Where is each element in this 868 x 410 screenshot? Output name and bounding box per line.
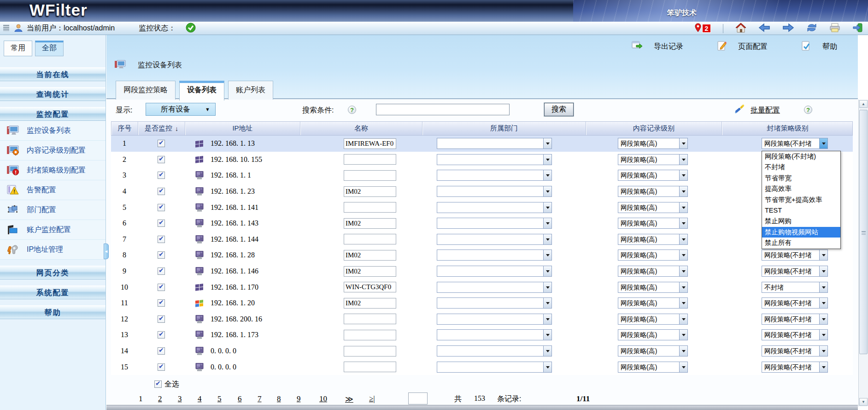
sidebar-collapse-handle[interactable]: ◄	[104, 244, 109, 259]
block-level-select[interactable]: 网段策略(不封堵	[762, 297, 828, 309]
dept-select[interactable]	[437, 154, 552, 165]
tab-网段监控策略[interactable]: 网段监控策略	[116, 81, 176, 100]
monitor-checkbox[interactable]	[158, 236, 165, 243]
monitor-checkbox[interactable]	[158, 347, 165, 355]
page-link[interactable]: 8	[277, 394, 281, 404]
toolbar-导出记录[interactable]: 导出记录	[632, 41, 683, 53]
scroll-up-icon[interactable]: ▲	[859, 100, 868, 108]
content-level-select[interactable]: 网段策略(高)	[618, 186, 688, 197]
dropdown-option[interactable]: 节省带宽	[762, 173, 840, 184]
sidebar-item-部门配置[interactable]: 部门配置	[0, 200, 106, 220]
column-header-是否监控[interactable]: 是否监控↓	[138, 122, 185, 135]
page-link[interactable]: 3	[178, 394, 182, 404]
column-header-封堵策略级别[interactable]: 封堵策略级别	[722, 122, 853, 135]
device-name-input[interactable]	[344, 266, 396, 277]
dept-select[interactable]	[437, 218, 552, 229]
sidebar-section-系统配置[interactable]: 系统配置	[0, 285, 106, 299]
sidebar-item-账户监控配置[interactable]: 账户监控配置	[0, 220, 106, 240]
content-level-select[interactable]: 网段策略(高)	[618, 218, 688, 229]
content-level-select[interactable]: 网段策略(高)	[618, 250, 688, 261]
monitor-checkbox[interactable]	[158, 315, 165, 323]
page-link[interactable]: 10	[319, 394, 327, 404]
sidebar-section-网页分类[interactable]: 网页分类	[0, 266, 106, 279]
toolbar-帮助[interactable]: 帮助	[801, 41, 837, 53]
dept-select[interactable]	[437, 282, 552, 293]
dept-select[interactable]	[437, 362, 552, 373]
dropdown-option[interactable]: 网段策略(不封堵)	[762, 151, 840, 162]
monitor-checkbox[interactable]	[158, 251, 165, 259]
dropdown-option[interactable]: 禁止所有	[762, 238, 840, 248]
sidebar-section-帮助[interactable]: 帮助	[0, 305, 106, 319]
dropdown-option[interactable]: 提高效率	[762, 184, 840, 194]
forward-icon[interactable]	[782, 23, 794, 34]
block-level-select[interactable]: 网段策略(不封堵	[762, 362, 828, 373]
scrollbar-thumb[interactable]	[859, 110, 868, 354]
page-link[interactable]: 2	[158, 394, 162, 404]
batch-help-icon[interactable]: ?	[804, 106, 812, 114]
device-name-input[interactable]	[344, 154, 396, 165]
page-link[interactable]: 9	[297, 394, 301, 404]
dept-select[interactable]	[437, 170, 552, 181]
refresh-icon[interactable]	[806, 23, 817, 34]
block-level-select[interactable]: 网段策略(不封堵	[762, 314, 828, 325]
sidebar-section-当前在线[interactable]: 当前在线	[0, 67, 106, 81]
monitor-checkbox[interactable]	[158, 220, 165, 227]
device-name-input[interactable]	[344, 138, 396, 149]
monitor-checkbox[interactable]	[158, 331, 165, 339]
block-level-select[interactable]: 不封堵	[762, 282, 828, 293]
column-header-序号[interactable]: 序号	[111, 122, 138, 135]
dept-select[interactable]	[437, 266, 552, 277]
device-name-input[interactable]	[344, 282, 396, 292]
back-icon[interactable]	[758, 23, 770, 34]
goto-page-input[interactable]	[408, 392, 428, 404]
device-name-input[interactable]	[344, 298, 396, 309]
search-help-icon[interactable]: ?	[348, 106, 356, 114]
page-link[interactable]: 6	[238, 394, 242, 404]
list-icon[interactable]	[3, 24, 10, 32]
monitor-checkbox[interactable]	[158, 284, 165, 291]
content-level-select[interactable]: 网段策略(高)	[618, 362, 688, 373]
vertical-scrollbar[interactable]: ▲ ▼	[858, 100, 868, 406]
toolbar-页面配置[interactable]: 页面配置	[717, 41, 768, 53]
last-page-link[interactable]: ≥|	[369, 394, 375, 404]
content-level-select[interactable]: 网段策略(高)	[618, 266, 688, 277]
page-link[interactable]: 7	[258, 394, 262, 404]
device-name-input[interactable]	[344, 346, 396, 357]
scroll-down-icon[interactable]: ▼	[859, 398, 868, 406]
device-name-input[interactable]	[344, 202, 396, 213]
dept-select[interactable]	[437, 297, 552, 309]
dept-select[interactable]	[437, 186, 552, 197]
device-name-input[interactable]	[344, 218, 396, 229]
batch-config-link[interactable]: 批量配置	[751, 106, 780, 115]
search-button[interactable]: 搜索	[544, 103, 574, 116]
device-name-input[interactable]	[344, 330, 396, 340]
device-filter-select[interactable]: 所有设备 ▼	[146, 103, 216, 116]
page-link[interactable]: 5	[217, 394, 222, 404]
content-level-select[interactable]: 网段策略(高)	[618, 314, 688, 325]
content-level-select[interactable]: 网段策略(高)	[618, 282, 688, 293]
content-level-select[interactable]: 网段策略(高)	[618, 138, 688, 149]
sidebar-section-监控配置[interactable]: 监控配置	[0, 107, 106, 121]
content-level-select[interactable]: 网段策略(高)	[618, 154, 688, 165]
dropdown-option[interactable]: 禁止网购	[762, 216, 840, 226]
sort-desc-icon[interactable]: ↓	[175, 125, 178, 132]
dept-select[interactable]	[437, 345, 552, 357]
bottom-scroll-strip[interactable]	[106, 405, 858, 410]
search-input[interactable]	[376, 104, 510, 115]
block-level-select[interactable]: 网段策略(不封堵	[762, 138, 828, 149]
logout-icon[interactable]	[852, 23, 863, 34]
dropdown-option[interactable]: TEST	[762, 205, 840, 216]
column-header-所属部门[interactable]: 所属部门	[422, 122, 586, 135]
device-name-input[interactable]	[344, 234, 396, 244]
sidebar-tab-全部[interactable]: 全部	[35, 41, 64, 56]
dropdown-option[interactable]: 节省带宽+提高效率	[762, 195, 840, 205]
device-name-input[interactable]	[344, 186, 396, 197]
next-group-link[interactable]: ≫	[345, 394, 353, 404]
sidebar-item-监控设备列表[interactable]: 监控设备列表	[0, 121, 106, 141]
column-header-名称[interactable]: 名称	[300, 122, 422, 135]
content-level-select[interactable]: 网段策略(高)	[618, 345, 688, 357]
sidebar-section-查询统计[interactable]: 查询统计	[0, 87, 106, 101]
dept-select[interactable]	[437, 329, 552, 340]
device-name-input[interactable]	[344, 362, 396, 372]
select-all-checkbox[interactable]	[154, 380, 162, 388]
